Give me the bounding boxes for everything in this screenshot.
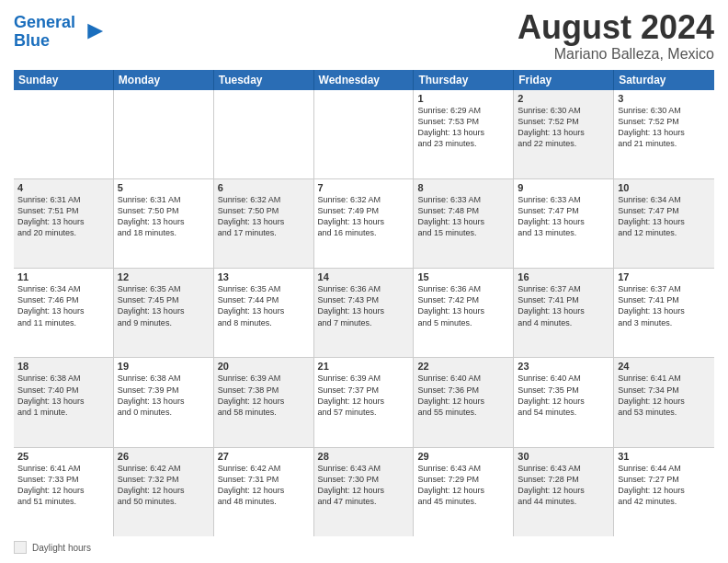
day-number: 10 <box>618 182 711 193</box>
cal-cell: 14Sunrise: 6:36 AM Sunset: 7:43 PM Dayli… <box>314 269 415 357</box>
day-number: 2 <box>518 93 609 104</box>
cal-cell: 30Sunrise: 6:43 AM Sunset: 7:28 PM Dayli… <box>514 448 614 536</box>
cal-cell: 26Sunrise: 6:42 AM Sunset: 7:32 PM Dayli… <box>114 448 214 536</box>
day-number: 20 <box>218 361 310 372</box>
day-number: 22 <box>417 361 509 372</box>
day-number: 21 <box>318 361 410 372</box>
cal-cell: 1Sunrise: 6:29 AM Sunset: 7:53 PM Daylig… <box>414 90 514 178</box>
cal-cell: 11Sunrise: 6:34 AM Sunset: 7:46 PM Dayli… <box>14 269 114 357</box>
cal-cell <box>314 90 415 178</box>
cal-cell <box>114 90 214 178</box>
day-info: Sunrise: 6:33 AM Sunset: 7:48 PM Dayligh… <box>417 194 509 239</box>
day-info: Sunrise: 6:34 AM Sunset: 7:47 PM Dayligh… <box>618 194 711 239</box>
day-number: 16 <box>518 271 609 282</box>
legend-color-box <box>14 541 27 554</box>
day-info: Sunrise: 6:30 AM Sunset: 7:52 PM Dayligh… <box>518 105 609 150</box>
day-number: 9 <box>518 182 609 193</box>
day-number: 17 <box>618 271 711 282</box>
cal-week-row-1: 4Sunrise: 6:31 AM Sunset: 7:51 PM Daylig… <box>14 179 714 269</box>
cal-cell: 5Sunrise: 6:31 AM Sunset: 7:50 PM Daylig… <box>114 179 214 268</box>
day-number: 5 <box>118 182 210 193</box>
location-subtitle: Mariano Balleza, Mexico <box>518 46 714 63</box>
day-info: Sunrise: 6:40 AM Sunset: 7:35 PM Dayligh… <box>518 373 609 418</box>
header: General Blue August 2024 Mariano Balleza… <box>14 9 714 63</box>
day-number: 14 <box>318 271 410 282</box>
cal-cell: 10Sunrise: 6:34 AM Sunset: 7:47 PM Dayli… <box>614 179 714 268</box>
day-number: 30 <box>518 451 609 462</box>
day-info: Sunrise: 6:38 AM Sunset: 7:39 PM Dayligh… <box>118 373 210 418</box>
day-info: Sunrise: 6:35 AM Sunset: 7:44 PM Dayligh… <box>218 283 310 328</box>
day-number: 13 <box>218 271 310 282</box>
cal-cell: 6Sunrise: 6:32 AM Sunset: 7:50 PM Daylig… <box>214 179 314 268</box>
day-info: Sunrise: 6:32 AM Sunset: 7:49 PM Dayligh… <box>318 194 410 239</box>
day-info: Sunrise: 6:38 AM Sunset: 7:40 PM Dayligh… <box>17 373 109 418</box>
page: General Blue August 2024 Mariano Balleza… <box>0 0 728 563</box>
cal-cell: 23Sunrise: 6:40 AM Sunset: 7:35 PM Dayli… <box>514 358 614 446</box>
cal-cell: 29Sunrise: 6:43 AM Sunset: 7:29 PM Dayli… <box>414 448 514 536</box>
day-info: Sunrise: 6:31 AM Sunset: 7:51 PM Dayligh… <box>17 194 109 239</box>
day-info: Sunrise: 6:42 AM Sunset: 7:32 PM Dayligh… <box>118 463 210 508</box>
title-block: August 2024 Mariano Balleza, Mexico <box>518 9 714 63</box>
calendar: SundayMondayTuesdayWednesdayThursdayFrid… <box>14 70 714 536</box>
day-info: Sunrise: 6:35 AM Sunset: 7:45 PM Dayligh… <box>118 283 210 328</box>
cal-cell: 15Sunrise: 6:36 AM Sunset: 7:42 PM Dayli… <box>414 269 514 357</box>
legend-label: Daylight hours <box>32 543 91 553</box>
cal-cell: 7Sunrise: 6:32 AM Sunset: 7:49 PM Daylig… <box>314 179 415 268</box>
cal-week-row-0: 1Sunrise: 6:29 AM Sunset: 7:53 PM Daylig… <box>14 90 714 179</box>
logo-line1: General <box>14 13 75 31</box>
cal-header-thursday: Thursday <box>414 70 514 90</box>
day-info: Sunrise: 6:29 AM Sunset: 7:53 PM Dayligh… <box>417 105 509 150</box>
day-info: Sunrise: 6:39 AM Sunset: 7:37 PM Dayligh… <box>318 373 410 418</box>
day-info: Sunrise: 6:37 AM Sunset: 7:41 PM Dayligh… <box>618 283 711 328</box>
cal-week-row-3: 18Sunrise: 6:38 AM Sunset: 7:40 PM Dayli… <box>14 358 714 447</box>
cal-header-monday: Monday <box>114 70 214 90</box>
legend-box: Daylight hours <box>14 541 91 554</box>
cal-cell: 28Sunrise: 6:43 AM Sunset: 7:30 PM Dayli… <box>314 448 415 536</box>
cal-header-tuesday: Tuesday <box>214 70 314 90</box>
cal-cell: 20Sunrise: 6:39 AM Sunset: 7:38 PM Dayli… <box>214 358 314 446</box>
cal-cell: 3Sunrise: 6:30 AM Sunset: 7:52 PM Daylig… <box>614 90 714 178</box>
day-number: 26 <box>118 451 210 462</box>
day-info: Sunrise: 6:36 AM Sunset: 7:42 PM Dayligh… <box>417 283 509 328</box>
day-info: Sunrise: 6:31 AM Sunset: 7:50 PM Dayligh… <box>118 194 210 239</box>
cal-cell: 2Sunrise: 6:30 AM Sunset: 7:52 PM Daylig… <box>514 90 614 178</box>
day-number: 25 <box>17 451 109 462</box>
logo: General Blue <box>14 14 105 51</box>
day-number: 24 <box>618 361 711 372</box>
logo-icon <box>79 19 105 45</box>
logo-text: General Blue <box>14 14 75 51</box>
day-number: 27 <box>218 451 310 462</box>
cal-cell: 16Sunrise: 6:37 AM Sunset: 7:41 PM Dayli… <box>514 269 614 357</box>
cal-cell: 24Sunrise: 6:41 AM Sunset: 7:34 PM Dayli… <box>614 358 714 446</box>
day-number: 28 <box>318 451 410 462</box>
day-info: Sunrise: 6:30 AM Sunset: 7:52 PM Dayligh… <box>618 105 711 150</box>
day-info: Sunrise: 6:32 AM Sunset: 7:50 PM Dayligh… <box>218 194 310 239</box>
cal-cell: 12Sunrise: 6:35 AM Sunset: 7:45 PM Dayli… <box>114 269 214 357</box>
day-number: 1 <box>417 93 509 104</box>
day-info: Sunrise: 6:40 AM Sunset: 7:36 PM Dayligh… <box>417 373 509 418</box>
day-info: Sunrise: 6:41 AM Sunset: 7:34 PM Dayligh… <box>618 373 711 418</box>
cal-cell: 9Sunrise: 6:33 AM Sunset: 7:47 PM Daylig… <box>514 179 614 268</box>
cal-week-row-2: 11Sunrise: 6:34 AM Sunset: 7:46 PM Dayli… <box>14 269 714 358</box>
day-number: 7 <box>318 182 410 193</box>
day-info: Sunrise: 6:44 AM Sunset: 7:27 PM Dayligh… <box>618 463 711 508</box>
svg-marker-0 <box>87 23 103 39</box>
cal-cell: 8Sunrise: 6:33 AM Sunset: 7:48 PM Daylig… <box>414 179 514 268</box>
day-number: 11 <box>17 271 109 282</box>
footer: Daylight hours <box>14 541 714 554</box>
cal-cell <box>214 90 314 178</box>
day-info: Sunrise: 6:43 AM Sunset: 7:28 PM Dayligh… <box>518 463 609 508</box>
calendar-header-row: SundayMondayTuesdayWednesdayThursdayFrid… <box>14 70 714 90</box>
day-number: 4 <box>17 182 109 193</box>
day-info: Sunrise: 6:34 AM Sunset: 7:46 PM Dayligh… <box>17 283 109 328</box>
day-number: 23 <box>518 361 609 372</box>
day-number: 31 <box>618 451 711 462</box>
cal-cell: 27Sunrise: 6:42 AM Sunset: 7:31 PM Dayli… <box>214 448 314 536</box>
day-info: Sunrise: 6:42 AM Sunset: 7:31 PM Dayligh… <box>218 463 310 508</box>
cal-cell: 31Sunrise: 6:44 AM Sunset: 7:27 PM Dayli… <box>614 448 714 536</box>
cal-cell <box>14 90 114 178</box>
day-number: 3 <box>618 93 711 104</box>
day-info: Sunrise: 6:43 AM Sunset: 7:29 PM Dayligh… <box>417 463 509 508</box>
day-info: Sunrise: 6:37 AM Sunset: 7:41 PM Dayligh… <box>518 283 609 328</box>
day-info: Sunrise: 6:39 AM Sunset: 7:38 PM Dayligh… <box>218 373 310 418</box>
